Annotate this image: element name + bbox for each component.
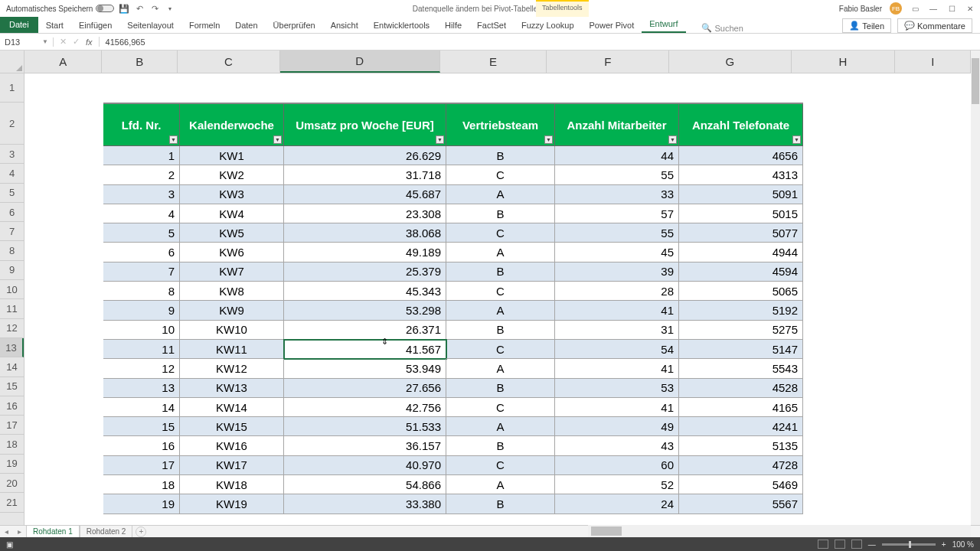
- table-cell[interactable]: 5567: [679, 494, 803, 514]
- table-cell[interactable]: 2: [103, 165, 180, 184]
- tab-hilfe[interactable]: Hilfe: [437, 18, 469, 33]
- col-header-G[interactable]: G: [669, 51, 792, 73]
- row-header-11[interactable]: 11: [0, 299, 24, 318]
- row-header-16[interactable]: 16: [0, 396, 24, 416]
- table-cell[interactable]: 53.949: [284, 359, 446, 378]
- row-header-6[interactable]: 6: [0, 203, 24, 222]
- table-cell[interactable]: KW2: [180, 165, 284, 184]
- table-cell[interactable]: 4313: [679, 165, 803, 184]
- table-cell[interactable]: KW15: [180, 417, 284, 436]
- sheet-tab[interactable]: Rohdaten 1: [26, 525, 80, 537]
- table-cell[interactable]: KW13: [180, 379, 284, 398]
- filter-dropdown-icon[interactable]: ▼: [792, 135, 801, 144]
- table-cell[interactable]: B: [446, 494, 555, 514]
- table-cell[interactable]: A: [446, 185, 555, 204]
- tab-seitenlayout[interactable]: Seitenlayout: [119, 18, 181, 33]
- table-cell[interactable]: 3: [103, 185, 180, 204]
- table-cell[interactable]: 44: [555, 146, 679, 165]
- sheet-nav-prev-icon[interactable]: ◂: [0, 527, 13, 536]
- table-cell[interactable]: 49.189: [284, 243, 446, 262]
- minimize-icon[interactable]: —: [928, 3, 939, 14]
- table-cell[interactable]: 5192: [679, 301, 803, 320]
- table-cell[interactable]: 38.068: [284, 223, 446, 243]
- row-header-9[interactable]: 9: [0, 261, 24, 280]
- table-cell[interactable]: 36.157: [284, 436, 446, 455]
- share-button[interactable]: 👤Teilen: [842, 18, 891, 33]
- table-cell[interactable]: KW14: [180, 398, 284, 417]
- table-cell[interactable]: 28: [555, 282, 679, 301]
- table-cell[interactable]: KW6: [180, 243, 284, 262]
- table-cell[interactable]: 41: [555, 301, 679, 320]
- tab-formeln[interactable]: Formeln: [181, 18, 227, 33]
- table-cell[interactable]: 55: [555, 223, 679, 243]
- table-cell[interactable]: C: [446, 456, 555, 475]
- table-cell[interactable]: 5: [103, 223, 180, 243]
- table-cell[interactable]: 4528: [679, 379, 803, 398]
- table-cell[interactable]: 7: [103, 262, 180, 282]
- data-table[interactable]: Lfd. Nr.▼Kalenderwoche▼Umsatz pro Woche …: [103, 103, 803, 514]
- row-header-2[interactable]: 2: [0, 103, 24, 145]
- tab-fuzzy lookup[interactable]: Fuzzy Lookup: [514, 18, 581, 33]
- row-header-8[interactable]: 8: [0, 241, 24, 260]
- table-cell[interactable]: KW10: [180, 321, 284, 340]
- table-cell[interactable]: KW9: [180, 301, 284, 320]
- table-cell[interactable]: 8: [103, 282, 180, 301]
- tab-überprüfen[interactable]: Überprüfen: [266, 18, 323, 33]
- row-header-1[interactable]: 1: [0, 73, 24, 103]
- table-cell[interactable]: KW11: [180, 340, 284, 359]
- table-cell[interactable]: C: [446, 282, 555, 301]
- contextual-tab[interactable]: Tabellentools: [536, 0, 589, 17]
- table-cell[interactable]: 9: [103, 301, 180, 320]
- undo-icon[interactable]: ↶: [134, 3, 145, 14]
- table-cell[interactable]: 54: [555, 340, 679, 359]
- chevron-down-icon[interactable]: ▼: [42, 38, 48, 45]
- page-layout-view-icon[interactable]: [835, 540, 845, 549]
- sheet-nav-next-icon[interactable]: ▸: [13, 527, 26, 536]
- fx-icon[interactable]: fx: [86, 37, 93, 47]
- table-cell[interactable]: 15: [103, 417, 180, 436]
- table-cell[interactable]: 57: [555, 204, 679, 223]
- col-header-B[interactable]: B: [102, 51, 177, 73]
- table-cell[interactable]: 16: [103, 436, 180, 455]
- tab-ansicht[interactable]: Ansicht: [323, 18, 366, 33]
- close-icon[interactable]: ✕: [965, 3, 975, 14]
- record-macro-icon[interactable]: ▣: [0, 540, 13, 549]
- table-cell[interactable]: KW8: [180, 282, 284, 301]
- table-cell[interactable]: 41: [555, 398, 679, 417]
- col-header-C[interactable]: C: [178, 51, 280, 73]
- table-cell[interactable]: KW5: [180, 223, 284, 243]
- table-cell[interactable]: 4165: [679, 398, 803, 417]
- table-cell[interactable]: B: [446, 262, 555, 282]
- col-header-A[interactable]: A: [24, 51, 102, 73]
- table-cell[interactable]: B: [446, 436, 555, 455]
- table-cell[interactable]: 51.533: [284, 417, 446, 436]
- table-cell[interactable]: A: [446, 475, 555, 494]
- table-cell[interactable]: B: [446, 321, 555, 340]
- zoom-slider[interactable]: [882, 543, 936, 546]
- table-cell[interactable]: 33: [555, 185, 679, 204]
- table-cell[interactable]: 1: [103, 146, 180, 165]
- table-cell[interactable]: 5275: [679, 321, 803, 340]
- row-header-18[interactable]: 18: [0, 435, 24, 454]
- qat-dropdown-icon[interactable]: ▾: [165, 3, 175, 14]
- table-cell[interactable]: A: [446, 417, 555, 436]
- table-header[interactable]: Umsatz pro Woche [EUR]▼: [284, 104, 446, 146]
- table-cell[interactable]: 54.866: [284, 475, 446, 494]
- ribbon-display-icon[interactable]: ▭: [910, 3, 920, 14]
- table-cell[interactable]: 18: [103, 475, 180, 494]
- row-header-17[interactable]: 17: [0, 416, 24, 435]
- table-cell[interactable]: 27.656: [284, 379, 446, 398]
- comments-button[interactable]: 💬Kommentare: [897, 18, 972, 33]
- filter-dropdown-icon[interactable]: ▼: [436, 135, 444, 144]
- table-cell[interactable]: B: [446, 204, 555, 223]
- name-box[interactable]: D13 ▼: [0, 37, 54, 47]
- table-cell[interactable]: 5077: [679, 223, 803, 243]
- table-cell[interactable]: KW1: [180, 146, 284, 165]
- table-cell[interactable]: KW12: [180, 359, 284, 378]
- toggle-switch-icon[interactable]: [96, 5, 114, 12]
- tab-file[interactable]: Datei: [0, 16, 38, 33]
- tab-einfügen[interactable]: Einfügen: [71, 18, 119, 33]
- col-header-I[interactable]: I: [895, 51, 970, 73]
- table-cell[interactable]: 25.379: [284, 262, 446, 282]
- row-header-13[interactable]: 13: [0, 338, 24, 357]
